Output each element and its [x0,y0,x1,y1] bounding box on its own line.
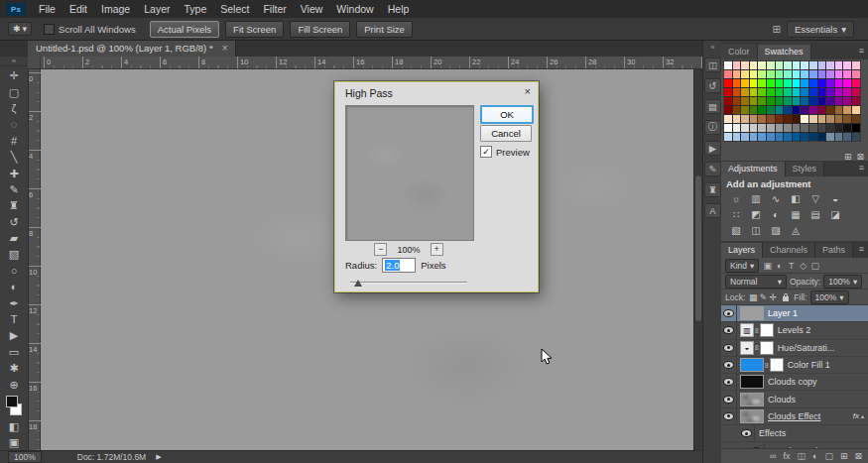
channel-mixer-icon[interactable]: ▦ [786,206,806,222]
dialog-close-icon[interactable]: × [525,85,531,97]
color-swatch[interactable] [801,106,808,114]
pen-tool[interactable]: ✒ [2,294,26,310]
menu-type[interactable]: Type [177,0,213,18]
visibility-eye-icon[interactable] [723,396,734,404]
menu-image[interactable]: Image [94,0,137,18]
color-swatch[interactable] [818,115,826,123]
info-icon[interactable]: ⓘ [704,120,721,135]
color-swatch[interactable] [784,79,792,87]
healing-brush-tool[interactable]: ✚ [2,165,26,180]
history-icon[interactable]: ↺ [704,78,721,93]
color-swatch[interactable] [843,124,851,132]
color-swatch[interactable] [826,133,834,141]
color-swatch[interactable] [809,70,817,78]
color-swatch[interactable] [750,115,758,123]
cancel-button[interactable]: Cancel [480,125,532,142]
color-swatch[interactable] [852,61,860,69]
color-swatch[interactable] [843,133,851,141]
color-swatch[interactable] [776,79,784,87]
color-swatch[interactable] [818,79,826,87]
layer-row[interactable]: Clouds [721,391,868,407]
color-swatch[interactable] [750,70,758,78]
color-swatch[interactable] [826,124,834,132]
vibrance-icon[interactable]: ▽ [806,190,825,206]
lock-pixels-icon[interactable]: ✎ [758,292,768,302]
color-swatch[interactable] [784,88,792,96]
color-swatch[interactable] [843,88,851,96]
screen-mode-icon[interactable]: ▣ [2,434,26,450]
color-swatch[interactable] [818,106,826,114]
color-swatch[interactable] [724,97,732,105]
color-swatch[interactable] [741,97,749,105]
color-swatch[interactable] [776,106,784,114]
visibility-eye-icon[interactable] [723,344,734,352]
color-swatch[interactable] [750,97,758,105]
dock-expand-icon[interactable]: « [710,43,714,52]
radius-slider[interactable] [350,280,467,286]
color-swatch[interactable] [793,79,801,87]
curves-icon[interactable]: ∿ [766,190,786,206]
layer-mask-thumbnail[interactable] [770,358,784,372]
lock-transparency-icon[interactable]: ▦ [748,292,758,302]
color-swatch[interactable] [818,124,826,132]
filter-shape-icon[interactable]: ◇ [798,261,808,271]
color-swatch[interactable] [801,124,808,132]
color-swatch[interactable] [758,88,766,96]
blur-tool[interactable]: ○ [2,263,26,279]
color-swatch[interactable] [826,70,834,78]
color-swatch[interactable] [767,97,775,105]
layer-row[interactable]: 8Color Fill 1 [721,357,868,374]
color-swatch[interactable] [784,124,792,132]
layer-thumbnail[interactable] [740,409,764,423]
color-swatch[interactable] [843,79,851,87]
filter-preview-thumbnail[interactable] [345,105,474,241]
type-tool[interactable]: T [2,311,26,327]
color-lookup-icon[interactable]: ▤ [806,206,825,222]
color-swatch[interactable] [733,97,741,105]
properties-icon[interactable]: ▤ [704,99,721,114]
mini-bridge-icon[interactable]: ◫ [704,58,721,72]
gradient-tool[interactable]: ▧ [2,246,26,262]
color-swatch[interactable] [852,115,860,123]
options-button-print-size[interactable]: Print Size [356,21,413,38]
color-swatch[interactable] [801,115,808,123]
radius-input[interactable]: 2.0 [382,258,416,273]
eyedropper-tool[interactable]: ╲ [2,149,26,165]
color-swatch[interactable] [784,70,792,78]
color-swatch[interactable] [793,61,801,69]
filter-type-icon[interactable]: T [786,261,797,271]
color-swatch[interactable] [801,70,808,78]
zoom-out-button[interactable]: − [374,243,387,256]
color-swatch[interactable] [852,106,860,114]
color-swatch[interactable] [801,88,808,96]
color-swatch[interactable] [784,106,792,114]
color-swatch[interactable] [776,124,784,132]
color-swatch[interactable] [776,88,784,96]
color-swatch[interactable] [801,97,808,105]
color-swatch[interactable] [809,79,817,87]
layer-row[interactable]: Effects [721,425,868,442]
color-swatch[interactable] [835,79,843,87]
status-options-icon[interactable]: ▶ [156,453,161,461]
invert-icon[interactable]: ◪ [825,206,845,222]
color-swatch[interactable] [724,106,732,114]
gradient-map-icon[interactable]: ▨ [766,222,786,238]
brush-presets-icon[interactable]: ✎ [704,162,721,176]
color-swatch[interactable] [758,61,766,69]
menu-filter[interactable]: Filter [256,0,293,18]
color-swatch[interactable] [835,115,843,123]
panel-menu-icon[interactable]: ≡ [859,244,864,254]
workspace-button[interactable]: Essentials ▾ [787,21,854,38]
layer-thumbnail[interactable] [740,358,764,372]
color-swatch[interactable] [776,70,784,78]
color-swatch[interactable] [818,61,826,69]
color-swatch[interactable] [767,124,775,132]
visibility-eye-icon[interactable] [723,326,734,334]
color-swatch[interactable] [750,88,758,96]
color-swatch[interactable] [809,97,817,105]
color-swatch[interactable] [741,133,749,141]
hand-tool[interactable]: ✱ [2,360,26,376]
color-swatch[interactable] [750,124,758,132]
menu-edit[interactable]: Edit [62,0,94,18]
collapse-effects-icon[interactable]: ▴ [861,412,864,419]
